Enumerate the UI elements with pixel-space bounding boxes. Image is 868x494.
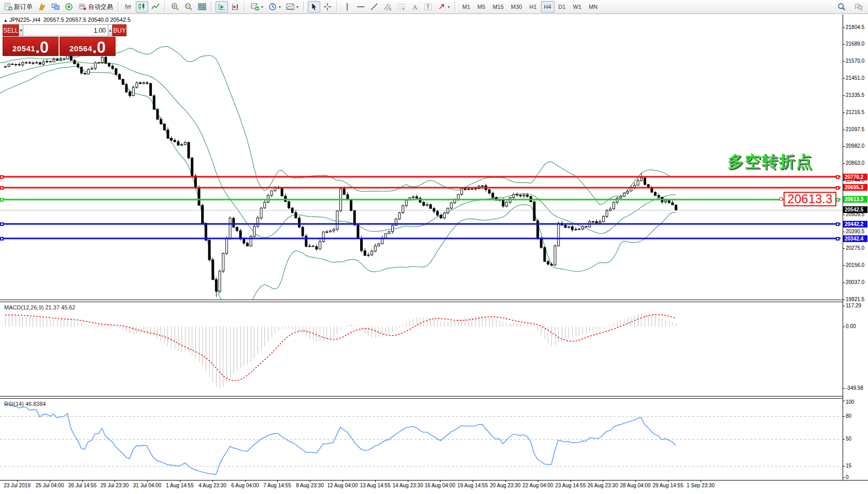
annotation-anchor-icon[interactable] bbox=[779, 197, 782, 201]
zoom-in-button[interactable] bbox=[169, 1, 181, 12]
time-axis-label: 1 Aug 14:55 bbox=[166, 483, 193, 488]
rsi-axis-label: 80 bbox=[846, 413, 851, 419]
timeframe-h4[interactable]: H4 bbox=[541, 1, 554, 12]
channel-button[interactable]: E bbox=[381, 1, 394, 12]
buy-button[interactable]: BUY bbox=[112, 24, 126, 36]
axis-tick-mark bbox=[603, 480, 603, 482]
cursor-icon bbox=[310, 3, 318, 11]
arrows-button[interactable]: ▾ bbox=[435, 1, 452, 12]
candles-icon bbox=[138, 3, 146, 11]
auto-scroll-button[interactable] bbox=[216, 1, 228, 12]
axis-tick-mark bbox=[843, 215, 845, 215]
text-button[interactable]: A bbox=[408, 1, 421, 12]
collapse-arrow-icon[interactable]: ▲ bbox=[4, 18, 8, 23]
timeframe-w1[interactable]: W1 bbox=[570, 1, 585, 12]
panel-separator[interactable] bbox=[0, 300, 843, 302]
main-toolbar: 新订单自动交易▾▾▾EFAT▾M1M5M15M30H1H4D1W1MN bbox=[0, 0, 868, 14]
price-tick-label: 20156.0 bbox=[846, 262, 864, 268]
axis-tick-mark bbox=[701, 480, 701, 482]
price-tick-label: 21689.0 bbox=[846, 41, 864, 47]
axis-tick-mark bbox=[843, 477, 845, 478]
search-icon bbox=[837, 3, 846, 11]
templates-button[interactable]: ▾ bbox=[284, 1, 301, 12]
search-button[interactable] bbox=[835, 1, 848, 12]
toolbar-group: EFAT▾ bbox=[340, 1, 452, 12]
time-axis-label: 4 Aug 23:30 bbox=[198, 483, 226, 488]
buy-price-display[interactable]: 20564 .0 bbox=[60, 37, 116, 56]
chart-shift-button[interactable] bbox=[229, 1, 241, 12]
timeframe-m5[interactable]: M5 bbox=[474, 1, 488, 12]
fibonacci-button[interactable]: F bbox=[395, 1, 407, 12]
line-chart-button[interactable] bbox=[149, 1, 162, 12]
time-axis-label: 20 Aug 23:30 bbox=[490, 483, 521, 488]
axis-tick-mark bbox=[843, 232, 845, 232]
axis-tick-mark bbox=[843, 283, 845, 283]
chart-shift-icon bbox=[231, 3, 239, 11]
vertical-line-button[interactable] bbox=[341, 1, 353, 12]
timeframe-mn[interactable]: MN bbox=[586, 1, 601, 12]
dropdown-caret-icon[interactable]: ▾ bbox=[448, 5, 450, 9]
sell-button[interactable]: SELL bbox=[3, 24, 19, 36]
price-tick-label: 19921.5 bbox=[846, 297, 864, 302]
timeframe-m15[interactable]: M15 bbox=[490, 1, 507, 12]
new-order-button[interactable]: 新订单 bbox=[2, 1, 35, 12]
axis-tick-mark bbox=[277, 480, 278, 482]
axis-tick-mark bbox=[843, 300, 845, 300]
time-axis-label: 13 Aug 14:55 bbox=[360, 483, 391, 488]
tile-windows-button[interactable] bbox=[196, 1, 208, 12]
metaeditor-button[interactable] bbox=[36, 1, 48, 12]
timeframe-d1[interactable]: D1 bbox=[556, 1, 569, 12]
price-tick-label: 21216.5 bbox=[846, 109, 864, 115]
signals-button[interactable] bbox=[63, 1, 75, 12]
main-chart-canvas[interactable] bbox=[0, 23, 843, 300]
candlestick-chart-button[interactable] bbox=[136, 1, 148, 12]
price-tick-label: 21097.5 bbox=[846, 126, 864, 132]
rsi-panel-canvas[interactable] bbox=[0, 399, 843, 478]
dropdown-caret-icon[interactable]: ▾ bbox=[261, 5, 263, 9]
trendline-button[interactable] bbox=[368, 1, 380, 12]
toolbar-separator bbox=[336, 2, 338, 12]
zoom-out-button[interactable] bbox=[182, 1, 195, 12]
auto-scroll-icon bbox=[218, 3, 226, 11]
dropdown-caret-icon[interactable]: ▾ bbox=[279, 5, 281, 9]
time-axis-border bbox=[0, 480, 868, 481]
volume-input[interactable] bbox=[23, 24, 108, 36]
axis-tick-mark bbox=[843, 44, 845, 45]
zoom-in-icon bbox=[171, 3, 179, 11]
button-label: M30 bbox=[511, 4, 522, 10]
new-chart-button[interactable]: ▾ bbox=[249, 1, 265, 12]
hline-icon bbox=[357, 3, 365, 11]
axis-tick-mark bbox=[843, 130, 845, 130]
macd-panel-canvas[interactable] bbox=[0, 302, 843, 396]
axis-tick-mark bbox=[505, 480, 506, 482]
price-label-annotation[interactable]: 20613.3 bbox=[784, 192, 836, 206]
volume-increase-button[interactable]: ▲ bbox=[108, 24, 112, 36]
sell-price-display[interactable]: 20541 .0 bbox=[3, 37, 59, 56]
bar-chart-button[interactable] bbox=[122, 1, 135, 12]
horizontal-line-button[interactable] bbox=[354, 1, 367, 12]
toolbar-separator bbox=[164, 2, 166, 12]
panel-separator[interactable] bbox=[0, 396, 843, 399]
timeframe-m1[interactable]: M1 bbox=[459, 1, 473, 12]
terminal-button[interactable] bbox=[49, 1, 62, 12]
time-axis-label: 29 Jul 23:30 bbox=[101, 483, 129, 488]
axis-tick-mark bbox=[843, 180, 845, 181]
price-level-badge: 20442.2 bbox=[843, 221, 867, 228]
turning-point-annotation[interactable]: 多空转折点 bbox=[728, 151, 813, 173]
crosshair-button[interactable] bbox=[321, 1, 334, 12]
cursor-button[interactable] bbox=[308, 1, 320, 12]
timeframe-h1[interactable]: H1 bbox=[526, 1, 539, 12]
axis-tick-mark bbox=[843, 439, 845, 440]
timeframe-m30[interactable]: M30 bbox=[508, 1, 525, 12]
dropdown-caret-icon[interactable]: ▾ bbox=[296, 5, 298, 9]
price-tick-label: 21335.5 bbox=[846, 92, 864, 98]
label-button[interactable]: T bbox=[422, 1, 434, 12]
chat-button[interactable] bbox=[852, 1, 865, 12]
periods-button[interactable]: ▾ bbox=[266, 1, 283, 12]
arrows-icon bbox=[437, 3, 446, 11]
volume-decrease-button[interactable]: ▼ bbox=[19, 24, 23, 36]
tline-icon bbox=[370, 3, 378, 11]
axis-tick-mark bbox=[843, 146, 845, 147]
axis-tick-mark bbox=[843, 112, 845, 113]
auto-trading-button[interactable]: 自动交易 bbox=[76, 1, 115, 12]
